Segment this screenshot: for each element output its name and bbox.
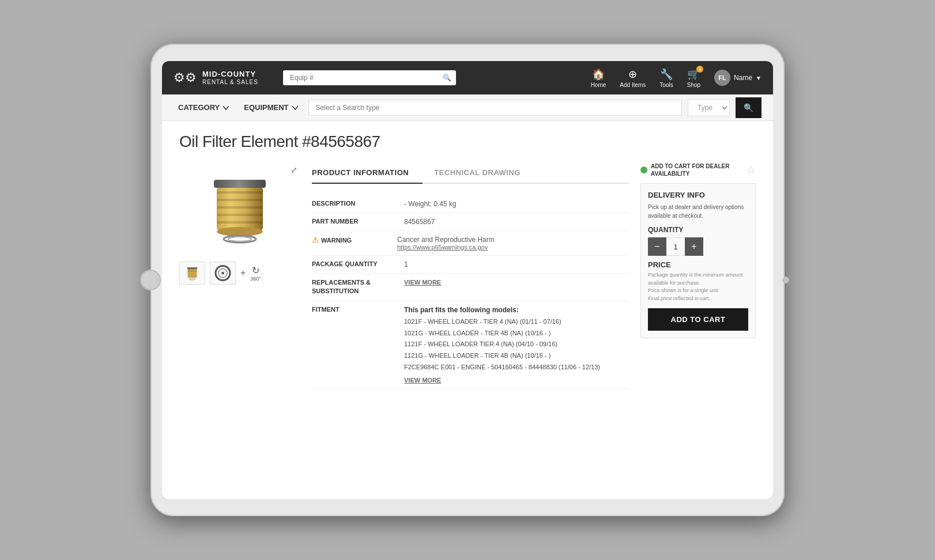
quantity-value: 1 <box>666 237 685 256</box>
search-icon: 🔍 <box>443 74 451 82</box>
quantity-controls: − 1 + <box>648 237 748 256</box>
svg-rect-5 <box>217 221 263 224</box>
thumbnail-1[interactable] <box>179 262 205 285</box>
svg-rect-11 <box>188 270 197 270</box>
chevron-down-icon: ▼ <box>756 75 761 81</box>
warning-icon: ⚠ <box>312 236 319 244</box>
tab-technical-drawing[interactable]: TECHNICAL DRAWING <box>434 162 534 184</box>
user-name: Name <box>734 74 752 82</box>
brand-icon: ⚙⚙ <box>174 70 197 85</box>
nav-item-add-items[interactable]: ⊕ Add Items <box>620 68 646 88</box>
fitment-model-2: 1021G - WHEEL LOADER - TIER 4B (NA) (10/… <box>404 328 629 339</box>
svg-rect-1 <box>217 191 263 194</box>
tools-icon: 🔧 <box>660 68 673 81</box>
favorite-star-icon[interactable]: ☆ <box>747 164 756 176</box>
svg-rect-3 <box>217 206 263 209</box>
fitment-view-more[interactable]: VIEW MORE <box>404 377 629 384</box>
delivery-text: Pick up at dealer and delivery options a… <box>648 203 748 220</box>
avatar-initials: FL <box>714 70 730 86</box>
warning-label: ⚠ WARNING <box>312 236 397 244</box>
svg-rect-13 <box>187 267 198 269</box>
product-image-svg <box>202 165 277 252</box>
nav-item-tools[interactable]: 🔧 Tools <box>659 68 673 88</box>
price-section: PRICE Package quantity is the minimum am… <box>648 260 748 302</box>
package-qty-value: 1 <box>404 260 629 268</box>
tablet-frame: ⚙⚙ MID-COUNTY RENTAL & SALES 🔍 🏠 Home ⊕ <box>150 44 785 516</box>
fitment-models-list: 1021F - WHEEL LOADER - TIER 4 (NA) (01/1… <box>404 316 629 373</box>
home-label: Home <box>591 82 606 88</box>
package-qty-row: PACKAGE QUANTITY 1 <box>312 256 629 274</box>
quantity-section: QUANTITY − 1 + <box>648 226 748 256</box>
part-number-label: PART NUMBER <box>312 218 404 226</box>
shop-label: Shop <box>687 82 700 88</box>
home-button[interactable] <box>140 270 161 290</box>
quantity-label: QUANTITY <box>648 226 748 234</box>
nav-item-shop[interactable]: 🛒 1 Shop <box>687 68 700 88</box>
type-select[interactable]: Type <box>688 99 730 116</box>
search-button[interactable]: 🔍 <box>736 97 761 118</box>
equipment-chevron-icon <box>292 105 298 111</box>
nav-item-home[interactable]: 🏠 Home <box>591 68 606 88</box>
price-note: Package quantity is the minimum amount a… <box>648 271 748 302</box>
warning-value: Cancer and Reproductive Harm https://www… <box>397 236 629 251</box>
user-avatar[interactable]: FL Name ▼ <box>714 70 761 86</box>
fitment-model-5: F2CE9684C E001 - ENGINE - 504160465 - 84… <box>404 362 629 373</box>
thumbnail-plus: + <box>240 268 246 278</box>
fitment-row: FITMENT This part fits the following mod… <box>312 301 629 389</box>
description-label: DESCRIPTION <box>312 200 404 208</box>
side-dot <box>782 277 789 283</box>
search-input[interactable] <box>283 70 456 85</box>
add-to-cart-header: ADD TO CART FOR DEALER AVAILABILITY ☆ <box>640 162 756 177</box>
part-number-row: PART NUMBER 84565867 <box>312 213 629 231</box>
package-qty-label: PACKAGE QUANTITY <box>312 260 404 268</box>
thumbnail-2[interactable] <box>210 262 236 285</box>
delivery-title: DELIVERY INFO <box>648 191 748 199</box>
replacements-view-more[interactable]: VIEW MORE <box>404 279 441 286</box>
fitment-label: FITMENT <box>312 306 404 313</box>
category-label: CATEGORY <box>178 103 220 112</box>
equipment-dropdown[interactable]: EQUIPMENT <box>239 100 302 115</box>
category-chevron-icon <box>223 105 229 111</box>
category-dropdown[interactable]: CATEGORY <box>174 100 233 115</box>
search-type-input[interactable] <box>308 100 682 116</box>
search-bar: 🔍 <box>283 70 456 85</box>
tabs: PRODUCT INFORMATION TECHNICAL DRAWING <box>312 162 629 184</box>
fitment-value: This part fits the following models: 102… <box>404 306 629 384</box>
360-view[interactable]: ↻ 360° <box>250 265 261 282</box>
brand-name: MID-COUNTY <box>202 70 258 79</box>
main-content: Oil Filter Element #84565867 ⤢ <box>162 121 773 499</box>
replacements-value: VIEW MORE <box>404 278 629 296</box>
add-items-label: Add Items <box>620 82 646 88</box>
quantity-increase-button[interactable]: + <box>685 237 703 256</box>
availability-text: ADD TO CART FOR DEALER AVAILABILITY <box>651 162 747 177</box>
cart-section: ADD TO CART FOR DEALER AVAILABILITY ☆ DE… <box>640 162 756 389</box>
fitment-model-1: 1021F - WHEEL LOADER - TIER 4 (NA) (01/1… <box>404 316 629 328</box>
filter-bar: CATEGORY EQUIPMENT Type 🔍 <box>162 94 773 121</box>
svg-rect-2 <box>217 199 263 201</box>
top-nav: ⚙⚙ MID-COUNTY RENTAL & SALES 🔍 🏠 Home ⊕ <box>162 61 773 94</box>
warning-row: ⚠ WARNING Cancer and Reproductive Harm h… <box>312 231 629 256</box>
svg-point-9 <box>228 237 251 241</box>
search-button-icon: 🔍 <box>744 103 753 112</box>
quantity-decrease-button[interactable]: − <box>648 237 666 256</box>
svg-rect-12 <box>188 271 197 272</box>
add-to-cart-button[interactable]: ADD TO CART <box>648 308 748 331</box>
description-row: DESCRIPTION - Weight: 0.45 kg <box>312 195 629 213</box>
svg-rect-4 <box>217 214 263 216</box>
product-title: Oil Filter Element #84565867 <box>179 133 756 151</box>
home-icon: 🏠 <box>592 68 605 81</box>
availability-dot <box>640 167 647 173</box>
shop-badge: 1 <box>696 66 703 73</box>
product-body: ⤢ <box>179 162 756 389</box>
price-label: PRICE <box>648 260 748 269</box>
description-value: - Weight: 0.45 kg <box>404 200 629 208</box>
tools-label: Tools <box>659 82 673 88</box>
fitment-title: This part fits the following models: <box>404 306 629 314</box>
svg-rect-6 <box>214 180 266 188</box>
expand-icon[interactable]: ⤢ <box>291 165 297 175</box>
product-image-section: ⤢ <box>179 162 300 389</box>
svg-point-17 <box>221 272 224 275</box>
cart-availability: ADD TO CART FOR DEALER AVAILABILITY <box>640 162 747 177</box>
tab-product-information[interactable]: PRODUCT INFORMATION <box>312 162 423 184</box>
warning-link[interactable]: https://www.p65warnings.ca.gov <box>397 244 629 251</box>
